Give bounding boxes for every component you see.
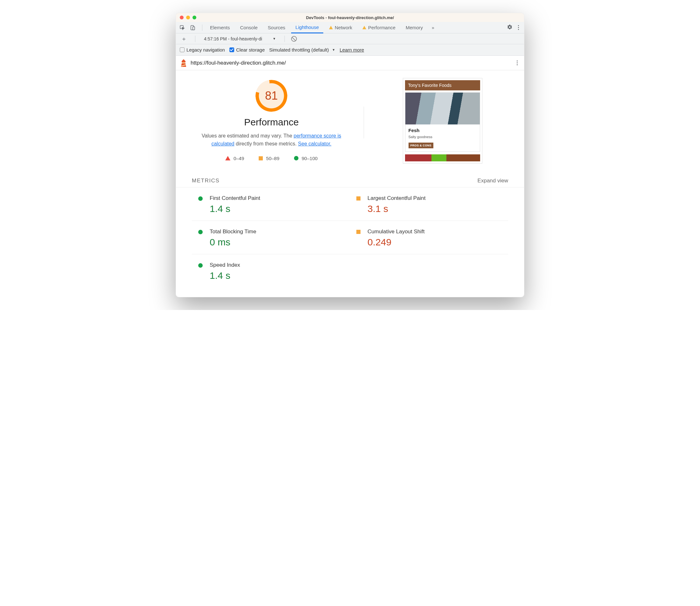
metric-label: Cumulative Layout Shift [367,229,425,235]
preview-image [405,154,480,161]
metric-value: 0.249 [367,237,425,248]
chevron-down-icon: ▼ [273,37,276,41]
preview-image [405,93,480,124]
new-report-button[interactable]: ＋ [179,35,189,43]
checkbox-label: Clear storage [236,47,265,52]
metric-item[interactable]: Largest Contentful Paint3.1 s [350,187,508,221]
square-icon [356,196,361,201]
square-icon [259,156,263,160]
warning-icon [362,26,366,29]
score-gauge: 81 [256,80,287,112]
report-menu-icon[interactable] [514,61,520,65]
metric-value: 3.1 s [367,203,426,214]
window-controls [180,16,196,19]
lighthouse-toolbar: ＋ 4:57:16 PM - foul-heavenly-di ▼ [176,33,524,44]
minimize-window-button[interactable] [186,16,190,19]
score-description: Values are estimated and may vary. The p… [201,132,341,148]
legend-pass: 90–100 [294,156,317,161]
tab-console[interactable]: Console [236,22,262,33]
throttling-select[interactable]: Simulated throttling (default) ▼ [269,47,335,52]
circle-icon [198,230,203,234]
warning-icon [329,26,333,29]
metric-item[interactable]: Total Blocking Time0 ms [192,221,350,254]
kebab-menu-icon[interactable] [516,25,521,30]
report-summary: 81 Performance Values are estimated and … [176,70,524,167]
more-tabs-icon[interactable]: » [429,25,437,30]
clear-icon[interactable] [291,36,297,42]
learn-more-link[interactable]: Learn more [340,47,364,52]
report-url-row: https://foul-heavenly-direction.glitch.m… [176,56,524,70]
lighthouse-icon [180,59,187,67]
report-select-label: 4:57:16 PM - foul-heavenly-di [204,36,271,41]
legend-label: 0–49 [234,156,244,161]
score-panel: 81 Performance Values are estimated and … [189,78,354,164]
tab-lighthouse[interactable]: Lighthouse [291,22,323,33]
svg-rect-2 [193,27,195,30]
separator [202,24,202,31]
zoom-window-button[interactable] [193,16,196,19]
separator [285,36,285,42]
circle-icon [198,263,203,268]
titlebar: DevTools - foul-heavenly-direction.glitc… [176,13,524,22]
preview-card-sub: Salty goodness [409,135,477,139]
metric-item[interactable]: First Contentful Paint1.4 s [192,187,350,221]
window-title: DevTools - foul-heavenly-direction.glitc… [176,15,524,20]
tab-label: Sources [268,25,285,30]
tab-memory[interactable]: Memory [401,22,427,33]
clear-storage-checkbox[interactable]: Clear storage [230,47,265,52]
preview-card: Fesh Salty goodness PROS & CONS [405,92,480,152]
close-window-button[interactable] [180,16,184,19]
checkbox-label: Legacy navigation [187,47,225,52]
metric-label: First Contentful Paint [210,195,260,202]
legend-avg: 50–89 [259,156,280,161]
tab-elements[interactable]: Elements [206,22,235,33]
lighthouse-options-bar: Legacy navigation Clear storage Simulate… [176,44,524,56]
tab-label: Console [240,25,258,30]
settings-gear-icon[interactable] [507,24,513,31]
inspect-icon[interactable] [179,24,186,31]
metric-value: 0 ms [210,237,256,248]
tab-label: Memory [406,25,423,30]
metric-value: 1.4 s [210,270,240,281]
page-screenshot: Tony's Favorite Foods Fesh Salty goodnes… [403,78,482,164]
divider [364,107,364,138]
metrics-grid: First Contentful Paint1.4 sLargest Conte… [176,187,524,297]
tab-performance[interactable]: Performance [358,22,400,33]
expand-view-button[interactable]: Expand view [478,178,508,184]
separator [195,36,195,42]
score-value: 81 [256,80,287,112]
tab-label: Elements [210,25,230,30]
metric-item[interactable]: Cumulative Layout Shift0.249 [350,221,508,254]
tab-label: Lighthouse [296,24,319,30]
report-select[interactable]: 4:57:16 PM - foul-heavenly-di ▼ [202,35,278,42]
score-legend: 0–49 50–89 90–100 [225,156,317,161]
metric-label: Total Blocking Time [210,229,256,235]
preview-card-button: PROS & CONS [409,143,433,148]
legend-fail: 0–49 [225,156,244,161]
see-calculator-link[interactable]: See calculator. [298,141,332,146]
chevron-down-icon: ▼ [332,48,335,51]
category-title: Performance [244,117,299,127]
legend-label: 50–89 [266,156,280,161]
legend-label: 90–100 [301,156,317,161]
svg-rect-4 [182,62,185,63]
metric-value: 1.4 s [210,203,260,214]
desc-text: directly from these metrics. [235,141,298,146]
tab-network[interactable]: Network [324,22,357,33]
throttling-label: Simulated throttling (default) [269,47,329,52]
device-toggle-icon[interactable] [189,24,196,31]
tab-label: Performance [368,25,395,30]
devtools-window: DevTools - foul-heavenly-direction.glitc… [176,13,524,297]
report-url: https://foul-heavenly-direction.glitch.m… [191,60,286,66]
desc-text: Values are estimated and may vary. The [202,133,294,138]
circle-icon [198,196,203,201]
legacy-nav-checkbox[interactable]: Legacy navigation [180,47,225,52]
metrics-heading: METRICS [192,178,220,184]
metric-label: Largest Contentful Paint [367,195,426,202]
circle-icon [294,156,298,160]
metric-item[interactable]: Speed Index1.4 s [192,254,350,287]
metric-label: Speed Index [210,262,240,268]
panel-tab-strip: Elements Console Sources Lighthouse Netw… [176,22,524,33]
tab-sources[interactable]: Sources [263,22,290,33]
metrics-header-row: METRICS Expand view [176,167,524,187]
